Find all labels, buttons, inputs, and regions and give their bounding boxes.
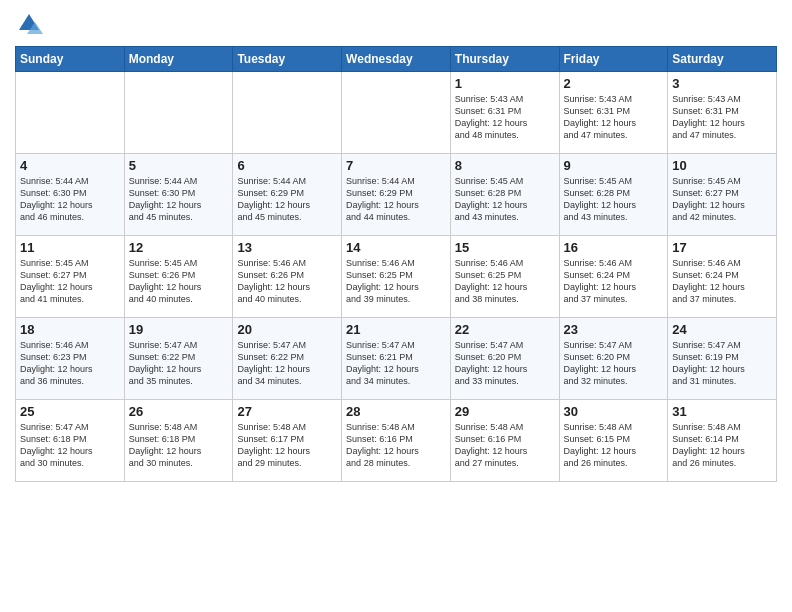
day-number: 24: [672, 322, 772, 337]
day-info: Sunrise: 5:48 AM Sunset: 6:14 PM Dayligh…: [672, 421, 772, 470]
calendar-day: [16, 72, 125, 154]
day-number: 10: [672, 158, 772, 173]
day-info: Sunrise: 5:44 AM Sunset: 6:29 PM Dayligh…: [346, 175, 446, 224]
calendar-week-2: 4Sunrise: 5:44 AM Sunset: 6:30 PM Daylig…: [16, 154, 777, 236]
day-number: 26: [129, 404, 229, 419]
calendar-day: 4Sunrise: 5:44 AM Sunset: 6:30 PM Daylig…: [16, 154, 125, 236]
day-number: 17: [672, 240, 772, 255]
day-info: Sunrise: 5:48 AM Sunset: 6:16 PM Dayligh…: [346, 421, 446, 470]
calendar-day: 13Sunrise: 5:46 AM Sunset: 6:26 PM Dayli…: [233, 236, 342, 318]
calendar-day: 10Sunrise: 5:45 AM Sunset: 6:27 PM Dayli…: [668, 154, 777, 236]
day-info: Sunrise: 5:44 AM Sunset: 6:30 PM Dayligh…: [129, 175, 229, 224]
calendar-day: 17Sunrise: 5:46 AM Sunset: 6:24 PM Dayli…: [668, 236, 777, 318]
calendar-header-monday: Monday: [124, 47, 233, 72]
calendar-day: 9Sunrise: 5:45 AM Sunset: 6:28 PM Daylig…: [559, 154, 668, 236]
calendar-week-3: 11Sunrise: 5:45 AM Sunset: 6:27 PM Dayli…: [16, 236, 777, 318]
calendar-day: [342, 72, 451, 154]
day-info: Sunrise: 5:47 AM Sunset: 6:22 PM Dayligh…: [237, 339, 337, 388]
calendar-day: 26Sunrise: 5:48 AM Sunset: 6:18 PM Dayli…: [124, 400, 233, 482]
day-number: 5: [129, 158, 229, 173]
day-info: Sunrise: 5:48 AM Sunset: 6:16 PM Dayligh…: [455, 421, 555, 470]
calendar-day: 6Sunrise: 5:44 AM Sunset: 6:29 PM Daylig…: [233, 154, 342, 236]
day-number: 9: [564, 158, 664, 173]
day-number: 1: [455, 76, 555, 91]
calendar-day: 28Sunrise: 5:48 AM Sunset: 6:16 PM Dayli…: [342, 400, 451, 482]
day-number: 22: [455, 322, 555, 337]
calendar-day: 23Sunrise: 5:47 AM Sunset: 6:20 PM Dayli…: [559, 318, 668, 400]
day-number: 3: [672, 76, 772, 91]
day-info: Sunrise: 5:45 AM Sunset: 6:28 PM Dayligh…: [564, 175, 664, 224]
calendar-header-saturday: Saturday: [668, 47, 777, 72]
day-info: Sunrise: 5:43 AM Sunset: 6:31 PM Dayligh…: [564, 93, 664, 142]
calendar-day: 22Sunrise: 5:47 AM Sunset: 6:20 PM Dayli…: [450, 318, 559, 400]
day-number: 6: [237, 158, 337, 173]
calendar-header-friday: Friday: [559, 47, 668, 72]
day-number: 18: [20, 322, 120, 337]
day-info: Sunrise: 5:43 AM Sunset: 6:31 PM Dayligh…: [672, 93, 772, 142]
day-info: Sunrise: 5:47 AM Sunset: 6:19 PM Dayligh…: [672, 339, 772, 388]
page: SundayMondayTuesdayWednesdayThursdayFrid…: [0, 0, 792, 612]
header: [15, 10, 777, 38]
day-info: Sunrise: 5:46 AM Sunset: 6:25 PM Dayligh…: [455, 257, 555, 306]
calendar-day: 29Sunrise: 5:48 AM Sunset: 6:16 PM Dayli…: [450, 400, 559, 482]
day-number: 16: [564, 240, 664, 255]
day-info: Sunrise: 5:45 AM Sunset: 6:28 PM Dayligh…: [455, 175, 555, 224]
calendar-day: 24Sunrise: 5:47 AM Sunset: 6:19 PM Dayli…: [668, 318, 777, 400]
day-number: 19: [129, 322, 229, 337]
calendar-day: 3Sunrise: 5:43 AM Sunset: 6:31 PM Daylig…: [668, 72, 777, 154]
calendar-day: 1Sunrise: 5:43 AM Sunset: 6:31 PM Daylig…: [450, 72, 559, 154]
calendar-day: 16Sunrise: 5:46 AM Sunset: 6:24 PM Dayli…: [559, 236, 668, 318]
calendar-day: [233, 72, 342, 154]
calendar-day: 15Sunrise: 5:46 AM Sunset: 6:25 PM Dayli…: [450, 236, 559, 318]
day-number: 13: [237, 240, 337, 255]
calendar: SundayMondayTuesdayWednesdayThursdayFrid…: [15, 46, 777, 482]
day-number: 14: [346, 240, 446, 255]
calendar-header-thursday: Thursday: [450, 47, 559, 72]
calendar-day: 18Sunrise: 5:46 AM Sunset: 6:23 PM Dayli…: [16, 318, 125, 400]
calendar-day: 5Sunrise: 5:44 AM Sunset: 6:30 PM Daylig…: [124, 154, 233, 236]
day-number: 23: [564, 322, 664, 337]
day-number: 20: [237, 322, 337, 337]
day-info: Sunrise: 5:46 AM Sunset: 6:24 PM Dayligh…: [672, 257, 772, 306]
calendar-day: 21Sunrise: 5:47 AM Sunset: 6:21 PM Dayli…: [342, 318, 451, 400]
day-number: 31: [672, 404, 772, 419]
calendar-week-5: 25Sunrise: 5:47 AM Sunset: 6:18 PM Dayli…: [16, 400, 777, 482]
calendar-day: 7Sunrise: 5:44 AM Sunset: 6:29 PM Daylig…: [342, 154, 451, 236]
day-info: Sunrise: 5:44 AM Sunset: 6:30 PM Dayligh…: [20, 175, 120, 224]
day-number: 25: [20, 404, 120, 419]
day-info: Sunrise: 5:48 AM Sunset: 6:17 PM Dayligh…: [237, 421, 337, 470]
day-info: Sunrise: 5:47 AM Sunset: 6:21 PM Dayligh…: [346, 339, 446, 388]
calendar-header-wednesday: Wednesday: [342, 47, 451, 72]
day-number: 21: [346, 322, 446, 337]
calendar-week-4: 18Sunrise: 5:46 AM Sunset: 6:23 PM Dayli…: [16, 318, 777, 400]
day-info: Sunrise: 5:46 AM Sunset: 6:26 PM Dayligh…: [237, 257, 337, 306]
calendar-day: 19Sunrise: 5:47 AM Sunset: 6:22 PM Dayli…: [124, 318, 233, 400]
day-info: Sunrise: 5:44 AM Sunset: 6:29 PM Dayligh…: [237, 175, 337, 224]
day-info: Sunrise: 5:46 AM Sunset: 6:23 PM Dayligh…: [20, 339, 120, 388]
day-info: Sunrise: 5:46 AM Sunset: 6:24 PM Dayligh…: [564, 257, 664, 306]
calendar-day: 20Sunrise: 5:47 AM Sunset: 6:22 PM Dayli…: [233, 318, 342, 400]
calendar-header-tuesday: Tuesday: [233, 47, 342, 72]
logo: [15, 10, 47, 38]
calendar-header-row: SundayMondayTuesdayWednesdayThursdayFrid…: [16, 47, 777, 72]
calendar-day: 12Sunrise: 5:45 AM Sunset: 6:26 PM Dayli…: [124, 236, 233, 318]
calendar-day: 31Sunrise: 5:48 AM Sunset: 6:14 PM Dayli…: [668, 400, 777, 482]
day-number: 7: [346, 158, 446, 173]
calendar-week-1: 1Sunrise: 5:43 AM Sunset: 6:31 PM Daylig…: [16, 72, 777, 154]
calendar-header-sunday: Sunday: [16, 47, 125, 72]
calendar-day: 30Sunrise: 5:48 AM Sunset: 6:15 PM Dayli…: [559, 400, 668, 482]
logo-icon: [15, 10, 43, 38]
day-number: 12: [129, 240, 229, 255]
day-info: Sunrise: 5:46 AM Sunset: 6:25 PM Dayligh…: [346, 257, 446, 306]
calendar-day: 8Sunrise: 5:45 AM Sunset: 6:28 PM Daylig…: [450, 154, 559, 236]
day-number: 2: [564, 76, 664, 91]
day-info: Sunrise: 5:47 AM Sunset: 6:22 PM Dayligh…: [129, 339, 229, 388]
day-info: Sunrise: 5:47 AM Sunset: 6:18 PM Dayligh…: [20, 421, 120, 470]
day-info: Sunrise: 5:47 AM Sunset: 6:20 PM Dayligh…: [564, 339, 664, 388]
day-number: 8: [455, 158, 555, 173]
day-info: Sunrise: 5:45 AM Sunset: 6:26 PM Dayligh…: [129, 257, 229, 306]
day-number: 15: [455, 240, 555, 255]
calendar-day: 25Sunrise: 5:47 AM Sunset: 6:18 PM Dayli…: [16, 400, 125, 482]
day-info: Sunrise: 5:45 AM Sunset: 6:27 PM Dayligh…: [672, 175, 772, 224]
day-number: 27: [237, 404, 337, 419]
